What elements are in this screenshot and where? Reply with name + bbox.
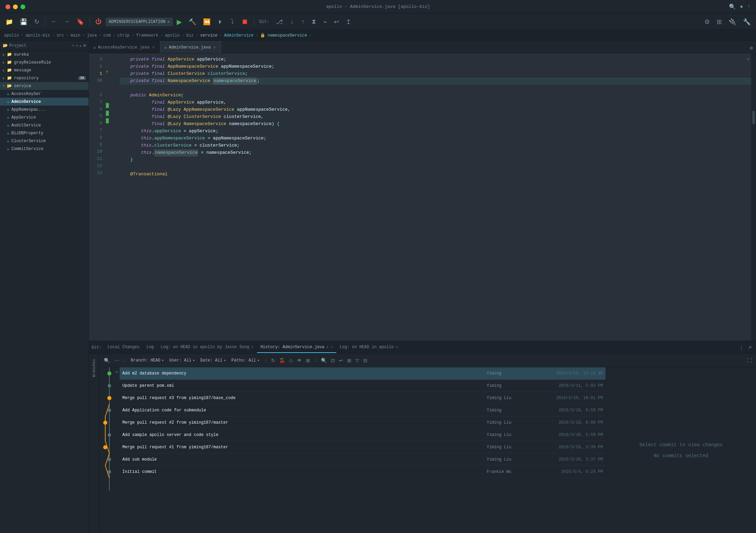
breadcrumb-ns[interactable]: 🔒 namespaceService <box>260 33 307 38</box>
minimize-button[interactable] <box>13 4 18 9</box>
commit-row-4[interactable]: Merge pull request #2 from yiming187/mas… <box>120 416 606 429</box>
tab-accesskeyservice[interactable]: ☕ AccessKeyService.java ✕ <box>89 41 160 53</box>
folder-btn[interactable]: 📁 <box>3 17 16 27</box>
paths-filter[interactable]: Paths: All ▾ <box>229 357 261 364</box>
cherry-pick-btn[interactable]: 🍒 <box>278 357 286 364</box>
breadcrumb-biz[interactable]: biz <box>186 33 194 38</box>
back-btn[interactable]: ← <box>48 17 59 27</box>
tab-close-history[interactable]: ✕ <box>330 345 333 349</box>
breadcrumb-apollo2[interactable]: apollo <box>165 33 180 38</box>
prev-btn[interactable]: ⏪ <box>200 17 213 27</box>
tabs-settings-btn[interactable]: ⚙ <box>746 43 756 53</box>
sidebar-item-accesskeyservice[interactable]: ☕ AccessKeySer <box>0 90 89 98</box>
tab-close-log-head[interactable]: ✕ <box>251 345 254 349</box>
git-revert-btn[interactable]: ↩ <box>331 17 342 27</box>
commit-row-8[interactable]: Initial commit Frankie Wu 2016/3/4, 6:24… <box>120 466 606 478</box>
bottom-expand-btn[interactable]: ↗ <box>746 344 753 351</box>
stop-btn[interactable]: ⏹ <box>239 17 251 27</box>
split-btn[interactable]: ⊡ <box>329 357 336 364</box>
eye-btn[interactable]: 👁 <box>296 357 303 364</box>
filter-btn-icon[interactable]: ▽ <box>354 357 361 364</box>
graph-resize-handle[interactable]: ⇔ <box>116 369 118 374</box>
tab-close-admin[interactable]: ✕ <box>213 44 216 51</box>
editor-scrollbar[interactable] <box>751 53 756 341</box>
sidebar-item-auditservice[interactable]: ☕ AuditService <box>0 121 89 129</box>
tag-btn[interactable]: ◇ <box>288 357 294 364</box>
breadcrumb-main[interactable]: main <box>70 33 80 38</box>
user-filter[interactable]: User: All ▾ <box>167 357 197 364</box>
update-icon[interactable]: ↑ <box>747 4 751 10</box>
sidebar-item-repository[interactable]: ▶ 📁 repository 38 <box>0 74 89 82</box>
sidebar-item-eureka[interactable]: ▶ 📁 eureka <box>0 51 89 58</box>
breadcrumb-src[interactable]: src <box>57 33 64 38</box>
sidebar-item-grayreleaser[interactable]: ▶ 📁 grayReleaseRule <box>0 58 89 66</box>
sidebar-item-commitservice[interactable]: ☕ CommitService <box>0 145 89 153</box>
sidebar-item-appnamespace[interactable]: ☕ AppNamespac... <box>0 106 89 113</box>
commit-row-2[interactable]: Merge pull request #3 from yiming187/bas… <box>120 392 606 404</box>
expand-panel-btn[interactable]: ⛶ <box>746 357 753 364</box>
code-area[interactable]: private final AppService appService; pri… <box>113 53 751 341</box>
git-pull-btn[interactable]: ↓ <box>287 17 297 27</box>
sidebar-item-adminservice[interactable]: ☕ AdminService <box>0 98 89 106</box>
bottom-more-btn[interactable]: ⋮ <box>738 344 745 351</box>
save-btn[interactable]: 💾 <box>17 17 30 27</box>
tab-close-accesskey[interactable]: ✕ <box>151 44 155 51</box>
git-stash-btn[interactable]: ↥ <box>343 17 354 27</box>
bottom-tab-log[interactable]: Log <box>143 342 157 353</box>
date-filter[interactable]: Date: All ▾ <box>198 357 228 364</box>
build-btn[interactable]: 🔨 <box>186 17 199 27</box>
sidebar-options-icon[interactable]: ⋯ <box>72 43 74 48</box>
search-btn[interactable]: 🔍 <box>102 357 112 364</box>
commit-row-1[interactable]: Update parent pom.xml Yiming 2016/3/11, … <box>120 380 606 392</box>
bottom-tab-local-changes[interactable]: Local Changes <box>104 342 143 353</box>
breadcrumb-apollo-biz[interactable]: apollo-biz <box>25 33 50 38</box>
table-btn[interactable]: ⊟ <box>362 357 369 364</box>
resume-btn[interactable]: ⏵ <box>215 17 226 27</box>
layout-btn[interactable]: ⊞ <box>714 17 725 27</box>
diff-btn[interactable]: ⊞ <box>305 357 311 364</box>
plugin-btn[interactable]: 🔌 <box>726 17 739 27</box>
graph-btn[interactable]: ⊞ <box>346 357 353 364</box>
search-icon[interactable]: 🔍 <box>729 3 736 10</box>
settings-btn[interactable]: 🔧 <box>740 17 753 27</box>
sidebar-item-service[interactable]: ▼ 📂 service <box>0 82 89 90</box>
bottom-tab-log-head-apollo[interactable]: Log: on HEAD in apollo by Jason Song ✕ <box>157 342 257 353</box>
tab-adminservice[interactable]: ☕ AdminService.java ✕ <box>160 41 221 53</box>
search-commits-btn[interactable]: 🔍 <box>320 357 328 364</box>
run-config-dropdown[interactable]: ADMINSERVICEAPPLICATION ▾ <box>106 18 173 26</box>
tab-close-log-head2[interactable]: ✕ <box>396 345 398 349</box>
bookmark-btn[interactable]: 🔖 <box>74 17 87 27</box>
branch-filter[interactable]: Branch: HEAD ▾ <box>129 357 166 364</box>
breadcrumb-java[interactable]: java <box>87 33 97 38</box>
commit-row-7[interactable]: Add sub module Yiming Liu 2016/3/10, 3:3… <box>120 453 606 466</box>
settings-log-btn[interactable]: ⋯ <box>113 357 121 364</box>
bottom-tab-history-adminservice[interactable]: History: AdminService.java ▾ ✕ <box>257 342 336 353</box>
sidebar-expand-icon[interactable]: ↗ <box>76 43 78 48</box>
commit-row-3[interactable]: Add Application code for submodule Yimin… <box>120 404 606 416</box>
code-editor[interactable]: 3 2 1 38 2 3 4 5 6 7 8 9 10 11 12 13 <box>89 53 756 341</box>
forward-btn[interactable]: → <box>61 17 72 27</box>
breadcrumb-com[interactable]: com <box>103 33 111 38</box>
git-branch-btn[interactable]: ⌁ <box>320 17 330 27</box>
git-history-btn[interactable]: ⧗ <box>309 17 319 27</box>
run-btn[interactable]: ▶ <box>174 17 185 27</box>
breadcrumb-framework[interactable]: framework <box>136 33 159 38</box>
commit-row-5[interactable]: Add sample apollo server and code style … <box>120 429 606 441</box>
git-fetch-btn[interactable]: ⎇ <box>273 17 286 27</box>
sidebar-item-appservice[interactable]: ☕ AppService <box>0 113 89 121</box>
profile-icon[interactable]: ● <box>740 4 743 10</box>
maximize-button[interactable] <box>21 4 25 9</box>
bottom-tab-log-head[interactable]: Log: on HEAD in apollo ✕ <box>336 342 402 353</box>
breadcrumb-service[interactable]: service <box>200 33 217 38</box>
undo-log-btn[interactable]: ↩ <box>338 357 345 364</box>
sidebar-collapse-icon[interactable]: ↙ <box>80 43 82 48</box>
step-over-btn[interactable]: ⤵ <box>228 17 237 27</box>
sidebar-item-message[interactable]: ▶ 📁 message <box>0 66 89 74</box>
close-button[interactable] <box>5 4 10 9</box>
commit-row-6[interactable]: Merge pull request #1 from yiming187/mas… <box>120 441 606 453</box>
history-dropdown-icon[interactable]: ▾ <box>326 345 328 349</box>
breadcrumb-ctrip[interactable]: ctrip <box>117 33 130 38</box>
breadcrumb-adminservice[interactable]: AdminService <box>224 33 253 38</box>
refresh-btn[interactable]: ↻ <box>31 17 42 27</box>
sidebar-item-clusterservice[interactable]: ☕ ClusterService <box>0 137 89 145</box>
